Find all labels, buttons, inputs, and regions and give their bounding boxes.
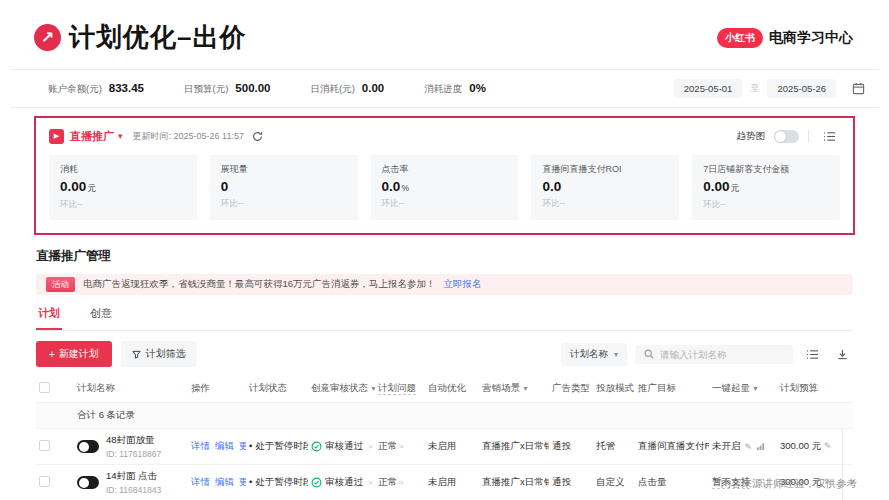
col-auto: 自动优化 (425, 375, 479, 403)
edit-link[interactable]: 编辑 (215, 476, 234, 487)
brand-name: 电商学习中心 (769, 29, 853, 47)
daily-budget: 日预算(元) 500.00 (184, 82, 271, 96)
search-icon (644, 349, 654, 359)
refresh-icon[interactable] (252, 131, 263, 142)
chevron-right-icon[interactable]: > (399, 442, 404, 451)
stat-value: 500.00 (235, 82, 270, 94)
channel-dropdown-label[interactable]: 直播推广 (70, 129, 114, 144)
plan-budget: 300.00 元 (780, 440, 821, 451)
new-plan-label: 新建计划 (59, 347, 99, 361)
ad-type: 通投 (549, 429, 593, 465)
plus-icon: + (49, 349, 55, 360)
more-link[interactable]: 更多 (239, 476, 246, 487)
download-icon[interactable] (831, 344, 853, 364)
detail-link[interactable]: 详情 (191, 476, 210, 487)
filter-caret-icon[interactable]: ▼ (522, 385, 529, 392)
status-dot-icon: • (249, 476, 252, 487)
col-issue: 计划问题 (375, 375, 425, 403)
filter-label: 计划筛选 (146, 347, 186, 361)
delivery-mode: 自定义 (593, 465, 635, 500)
filter-caret-icon[interactable]: ▼ (370, 385, 375, 392)
tab-creative[interactable]: 创意 (88, 306, 114, 330)
metric-compare: 环比-- (60, 199, 186, 211)
activity-badge: 活动 (46, 277, 75, 292)
col-target: 推广目标 (635, 375, 709, 403)
brand-logo: 小红书 电商学习中心 (717, 28, 853, 48)
filter-caret-icon[interactable]: ▼ (752, 385, 759, 392)
tab-plan[interactable]: 计划 (36, 306, 62, 330)
disclaimer-footnote: *内容来源讲师经验，仅供参考 (716, 477, 857, 491)
row-checkbox[interactable] (39, 476, 50, 487)
plan-filter-button[interactable]: 计划筛选 (121, 341, 197, 367)
metric-card-spend[interactable]: 消耗 0.00元 环比-- (49, 155, 197, 220)
plan-status: 处于暂停时段 (255, 476, 308, 487)
metric-unit: 元 (730, 183, 739, 193)
promo-target: 直播间直播支付ROI (635, 429, 709, 465)
metric-list-icon[interactable] (818, 126, 840, 146)
table-header-row: 计划名称 操作 计划状态 创意审核状态▼ 计划问题 自动优化 营销场景▼ 广告类… (36, 375, 853, 403)
stat-label: 账户余额(元) (48, 83, 102, 96)
end-date[interactable]: 2025-05-26 (767, 79, 836, 98)
brand-badge: 小红书 (717, 28, 763, 48)
start-date[interactable]: 2025-05-01 (674, 79, 743, 98)
funnel-icon (132, 350, 141, 359)
notice-text: 电商广告返现狂欢季，省钱没商量！最高可获得16万元广告消返券，马上报名参加！ (83, 278, 436, 291)
audit-status: 审核通过 (325, 440, 363, 453)
chevron-down-icon[interactable]: ▾ (118, 131, 123, 141)
chevron-right-icon[interactable]: > (399, 478, 404, 487)
plan-name: 48封面放量 (106, 434, 161, 447)
boost-status: 未开启 (712, 440, 741, 453)
plan-status: 处于暂停时段 (255, 440, 308, 451)
signup-link[interactable]: 立即报名 (444, 278, 482, 291)
calendar-icon[interactable] (852, 82, 865, 95)
edit-link[interactable]: 编辑 (215, 440, 234, 451)
bar-chart-icon[interactable] (756, 442, 765, 451)
more-link[interactable]: 更多 (239, 440, 246, 451)
metric-compare: 环比-- (221, 198, 347, 210)
metric-label: 点击率 (382, 163, 508, 176)
metric-label: 消耗 (60, 163, 186, 176)
auto-optimize: 未启用 (425, 429, 479, 465)
plan-enable-toggle[interactable] (77, 476, 99, 489)
row-checkbox[interactable] (39, 440, 50, 451)
metric-card-roi[interactable]: 直播间直播支付ROI 0.0 环比-- (531, 155, 679, 220)
metric-unit: % (401, 183, 409, 193)
metric-value: 0.00 (60, 179, 86, 194)
col-audit: 创意审核状态▼ (308, 375, 375, 403)
date-separator: 至 (750, 82, 759, 95)
promo-notice-bar: 活动 电商广告返现狂欢季，省钱没商量！最高可获得16万元广告消返券，马上报名参加… (36, 274, 853, 295)
search-field-select[interactable]: 计划名称 ▾ (561, 343, 627, 366)
plan-search[interactable] (635, 345, 793, 364)
plan-enable-toggle[interactable] (77, 440, 99, 453)
metric-card-ctr[interactable]: 点击率 0.0% 环比-- (371, 155, 519, 220)
status-dot-icon: • (249, 440, 252, 451)
new-plan-button[interactable]: + 新建计划 (36, 341, 112, 367)
plan-name: 14封面 点击 (106, 470, 161, 483)
daily-spend: 日消耗(元) 0.00 (311, 82, 385, 96)
metric-card-new-customer-pay[interactable]: 7日店铺新客支付金额 0.00元 环比-- (692, 155, 840, 220)
detail-link[interactable]: 详情 (191, 440, 210, 451)
search-input[interactable] (660, 349, 770, 360)
edit-pencil-icon[interactable]: ✎ (824, 441, 832, 451)
stat-value: 833.45 (109, 82, 144, 94)
select-all-checkbox[interactable] (39, 382, 50, 393)
trend-chart-toggle[interactable] (774, 130, 799, 143)
metric-card-impressions[interactable]: 展现量 0 环比-- (210, 155, 358, 220)
account-balance: 账户余额(元) 833.45 (48, 82, 144, 96)
plan-id: ID: 116841843 (106, 485, 161, 495)
col-ops: 操作 (188, 375, 246, 403)
column-settings-icon[interactable] (801, 344, 823, 364)
chevron-right-icon[interactable]: > (368, 442, 373, 451)
metric-label: 直播间直播支付ROI (542, 163, 668, 176)
promo-target: 点击量 (635, 465, 709, 500)
edit-pencil-icon[interactable]: ✎ (745, 442, 753, 452)
date-range-picker[interactable]: 2025-05-01 至 2025-05-26 (674, 79, 865, 98)
page-title: 计划优化–出价 (69, 20, 246, 55)
search-field-value: 计划名称 (570, 348, 608, 361)
check-circle-icon (311, 441, 322, 452)
chevron-right-icon[interactable]: > (368, 478, 373, 487)
delivery-mode: 托管 (593, 429, 635, 465)
col-status: 计划状态 (246, 375, 308, 403)
metric-value: 0.0 (542, 179, 561, 194)
check-circle-icon (311, 477, 322, 488)
